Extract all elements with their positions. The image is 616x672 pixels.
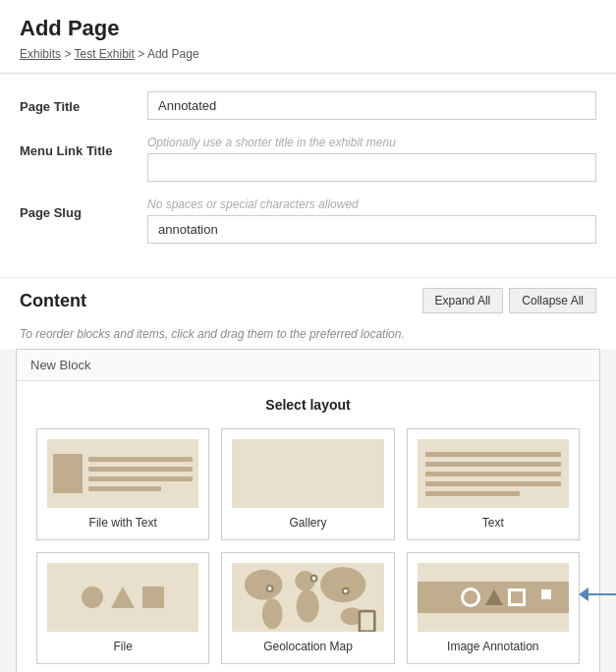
block-area: New Block Select layout <box>16 349 600 672</box>
gallery-label: Gallery <box>232 516 383 530</box>
layout-item-file[interactable]: File <box>36 552 209 664</box>
file-block-icon <box>53 454 83 493</box>
content-actions: Expand All Collapse All <box>422 288 596 313</box>
breadcrumb-sep2: > <box>138 47 147 61</box>
image-annotation-label: Image Annotation <box>418 640 569 653</box>
text-only-line-1 <box>425 452 561 457</box>
svg-rect-14 <box>362 612 374 630</box>
text-only-icon <box>418 444 569 504</box>
text-lines-icon <box>88 457 193 491</box>
file-label: File <box>47 640 198 653</box>
geolocation-thumb <box>232 563 383 632</box>
image-annotation-thumb <box>418 563 569 632</box>
text-line-2 <box>88 467 193 472</box>
file-with-text-label: File with Text <box>47 516 198 530</box>
svg-point-12 <box>344 589 348 593</box>
annotation-small-rect <box>541 589 551 599</box>
expand-all-button[interactable]: Expand All <box>422 288 504 313</box>
text-line-3 <box>88 476 193 481</box>
rect-shape <box>142 587 164 608</box>
breadcrumb-test-exhibit[interactable]: Test Exhibit <box>75 47 135 61</box>
new-block-bar: New Block <box>17 350 599 381</box>
geolocation-label: Geolocation Map <box>232 640 383 653</box>
breadcrumb-current: Add Page <box>147 47 199 61</box>
geolocation-map-icon <box>232 563 383 632</box>
gallery-grid-icon <box>232 464 383 483</box>
page-slug-field: No spaces or special characters allowed <box>147 197 596 244</box>
text-only-line-3 <box>425 472 561 476</box>
svg-point-1 <box>245 570 283 600</box>
form-section: Page Title Menu Link Title Optionally us… <box>0 74 616 277</box>
menu-link-input[interactable] <box>147 153 596 182</box>
reorder-hint: To reorder blocks and items, click and d… <box>0 323 616 349</box>
page-title-input[interactable] <box>147 91 596 120</box>
content-title: Content <box>20 291 86 311</box>
layout-title: Select layout <box>36 397 580 413</box>
file-shapes-icon <box>47 581 198 614</box>
page-slug-label: Page Slug <box>20 197 147 220</box>
menu-link-label: Menu Link Title <box>20 136 147 158</box>
collapse-all-button[interactable]: Collapse All <box>509 288 596 313</box>
layout-item-file-with-text[interactable]: File with Text <box>36 428 209 540</box>
menu-link-row: Menu Link Title Optionally use a shorter… <box>20 136 596 182</box>
page-title: Add Page <box>20 16 596 41</box>
svg-point-10 <box>312 577 316 581</box>
arrow-line <box>588 593 616 595</box>
page-title-label: Page Title <box>20 91 147 114</box>
gallery-thumb <box>232 439 383 508</box>
selection-arrow <box>579 588 616 601</box>
page-slug-input[interactable] <box>147 215 596 244</box>
page-slug-hint: No spaces or special characters allowed <box>147 197 596 211</box>
page-title-field <box>147 91 596 120</box>
text-only-line-4 <box>425 481 561 486</box>
text-line-1 <box>88 457 193 462</box>
breadcrumb-exhibits[interactable]: Exhibits <box>20 47 61 61</box>
annotation-rect <box>508 588 526 606</box>
svg-point-5 <box>320 567 365 602</box>
page-header: Add Page Exhibits > Test Exhibit > Add P… <box>0 0 616 74</box>
layout-grid: File with Text Gallery <box>36 428 580 664</box>
svg-point-2 <box>262 598 283 629</box>
layout-item-gallery[interactable]: Gallery <box>221 428 394 540</box>
page-title-row: Page Title <box>20 91 596 120</box>
text-only-line-2 <box>425 462 561 467</box>
triangle-shape <box>111 587 135 608</box>
breadcrumb: Exhibits > Test Exhibit > Add Page <box>20 47 596 61</box>
menu-link-field: Optionally use a shorter title in the ex… <box>147 136 596 182</box>
content-header: Content Expand All Collapse All <box>0 277 616 323</box>
annotation-circle <box>461 588 480 607</box>
layout-item-image-annotation[interactable]: Image Annotation <box>407 552 580 664</box>
circle-shape <box>82 587 103 608</box>
page-slug-row: Page Slug No spaces or special character… <box>20 197 596 244</box>
text-line-4 <box>88 486 161 491</box>
text-only-line-5 <box>425 491 521 496</box>
menu-link-hint: Optionally use a shorter title in the ex… <box>147 136 596 149</box>
image-annotation-icon <box>418 582 569 613</box>
text-thumb <box>418 439 569 508</box>
text-label: Text <box>418 516 569 530</box>
svg-point-4 <box>297 589 319 622</box>
svg-point-8 <box>268 587 272 590</box>
file-thumb <box>47 563 198 632</box>
file-with-text-thumb <box>47 439 198 508</box>
arrow-head <box>579 588 588 601</box>
annotation-triangle <box>485 589 503 605</box>
layout-item-text[interactable]: Text <box>407 428 580 540</box>
breadcrumb-sep1: > <box>64 47 74 61</box>
layout-section: Select layout File with Text <box>17 381 599 672</box>
layout-item-geolocation-map[interactable]: Geolocation Map <box>221 552 394 664</box>
